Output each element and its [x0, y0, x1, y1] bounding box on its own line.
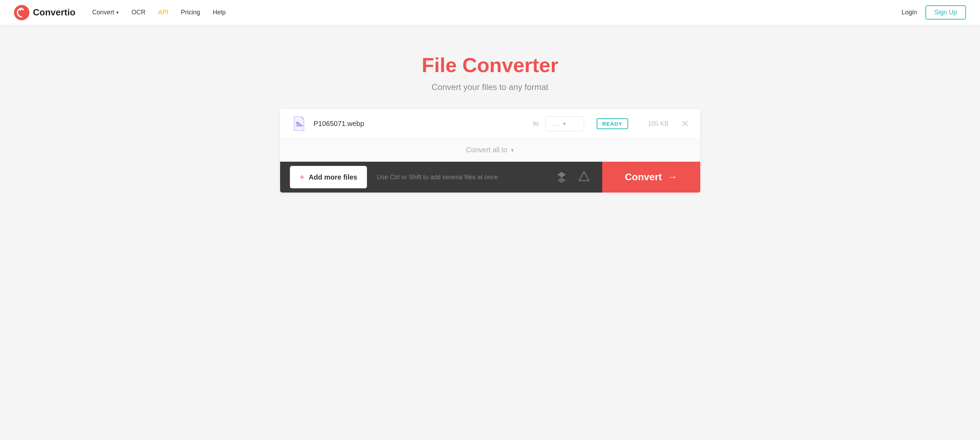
logo-text: Convertio — [33, 7, 75, 18]
action-bar: + Add more files Use Ctrl or Shift to ad… — [280, 162, 700, 192]
convert-all-label-text: Convert all to — [466, 146, 508, 154]
main-content: File Converter Convert your files to any… — [0, 25, 980, 192]
nav-api[interactable]: API — [158, 9, 168, 16]
logo[interactable]: Convertio — [14, 5, 75, 20]
chevron-down-icon: ▾ — [116, 10, 119, 15]
remove-file-button[interactable]: ✕ — [681, 119, 689, 128]
page-subtitle: Convert your files to any format — [432, 82, 548, 92]
convert-all-dropdown[interactable]: Convert all to ▾ — [466, 146, 514, 154]
nav-convert[interactable]: Convert ▾ — [92, 9, 119, 16]
chevron-down-icon: ▾ — [563, 121, 566, 127]
nav-pricing[interactable]: Pricing — [181, 9, 200, 16]
convert-all-row: Convert all to ▾ — [280, 138, 700, 162]
converter-box: P1065071.webp to ... ▾ READY 105 KB ✕ Co… — [280, 109, 700, 192]
cloud-icons — [543, 170, 602, 184]
nav-ocr[interactable]: OCR — [131, 9, 145, 16]
svg-marker-8 — [579, 172, 589, 181]
convert-label: Convert — [625, 172, 662, 183]
svg-line-11 — [584, 172, 589, 181]
nav-help[interactable]: Help — [213, 9, 226, 16]
to-label: to — [533, 120, 538, 127]
file-name: P1065071.webp — [314, 120, 526, 128]
file-type-icon — [291, 116, 307, 131]
logo-icon — [14, 5, 29, 20]
add-files-button[interactable]: + Add more files — [290, 166, 367, 188]
format-placeholder: ... — [552, 120, 560, 127]
convert-button[interactable]: Convert → — [602, 162, 700, 192]
svg-line-9 — [579, 172, 584, 181]
file-row: P1065071.webp to ... ▾ READY 105 KB ✕ — [280, 109, 700, 138]
header: Convertio Convert ▾ OCR API Pricing Help… — [0, 0, 980, 25]
login-button[interactable]: Login — [902, 9, 917, 16]
svg-point-0 — [14, 5, 29, 20]
hint-text: Use Ctrl or Shift to add several files a… — [377, 174, 543, 181]
file-size: 105 KB — [641, 120, 669, 127]
dropbox-icon[interactable] — [555, 170, 569, 184]
svg-marker-7 — [557, 172, 566, 178]
google-drive-icon[interactable] — [577, 170, 591, 184]
format-select-dropdown[interactable]: ... ▾ — [546, 116, 584, 131]
plus-icon: + — [300, 172, 305, 182]
arrow-right-icon: → — [667, 172, 677, 183]
header-right: Login Sign Up — [902, 5, 966, 20]
add-files-label: Add more files — [309, 173, 358, 181]
page-title: File Converter — [422, 53, 558, 77]
main-nav: Convert ▾ OCR API Pricing Help — [92, 9, 226, 16]
signup-button[interactable]: Sign Up — [925, 5, 966, 20]
convert-all-chevron-icon: ▾ — [511, 146, 514, 154]
ready-badge: READY — [597, 118, 628, 129]
